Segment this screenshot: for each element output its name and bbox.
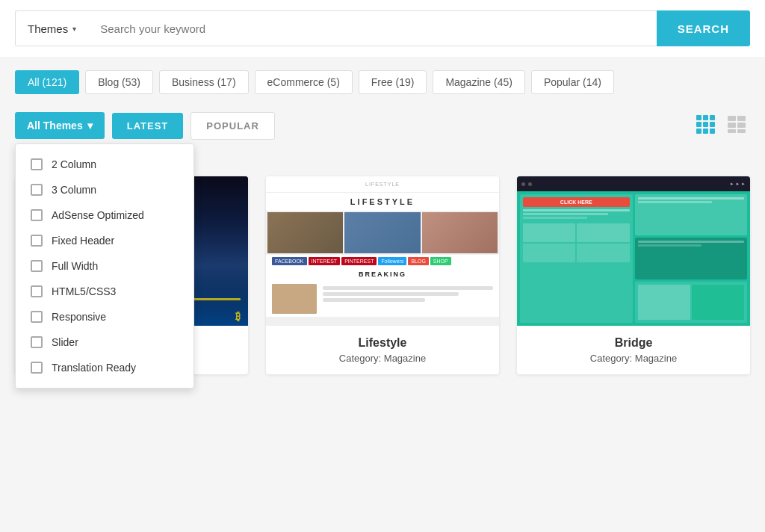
view-toggle-icons — [692, 111, 750, 140]
dropdown-item-2[interactable]: AdSense Optimized — [16, 202, 193, 228]
svg-rect-7 — [703, 129, 708, 134]
filter-tab-1[interactable]: Blog (53) — [85, 70, 153, 94]
search-button[interactable]: SEARCH — [657, 10, 750, 46]
dropdown-item-label: HTML5/CSS3 — [52, 285, 116, 297]
bridge-info: Bridge Category: Magazine — [517, 326, 750, 374]
filter-tab-6[interactable]: Popular (14) — [531, 70, 614, 94]
dropdown-item-label: AdSense Optimized — [52, 209, 144, 221]
dropdown-item-label: 3 Column — [52, 184, 96, 196]
checkbox-icon — [31, 209, 43, 221]
dropdown-item-label: Full Width — [52, 260, 98, 272]
lifestyle-thumbnail: LIFESTYLE LIFESTYLE FACEBOOK INTEREST PI… — [266, 176, 499, 326]
dropdown-item-label: Slider — [52, 336, 78, 348]
svg-rect-0 — [696, 115, 701, 120]
popular-button[interactable]: POPULAR — [191, 112, 275, 140]
dropdown-item-5[interactable]: HTML5/CSS3 — [16, 279, 193, 304]
all-themes-label: All Themes — [27, 120, 83, 132]
lifestyle-info: Lifestyle Category: Magazine — [266, 326, 499, 374]
dropdown-item-6[interactable]: Responsive — [16, 304, 193, 330]
dropdown-item-label: Responsive — [52, 311, 106, 323]
bridge-name: Bridge — [527, 336, 740, 350]
svg-rect-2 — [710, 115, 715, 120]
svg-rect-8 — [710, 129, 715, 134]
checkbox-icon — [31, 235, 43, 247]
dropdown-item-3[interactable]: Fixed Header — [16, 228, 193, 253]
filter-tab-2[interactable]: Business (17) — [159, 70, 249, 94]
header: Themes ▾ SEARCH — [0, 0, 765, 57]
filter-tab-5[interactable]: Magazine (45) — [433, 70, 525, 94]
checkbox-icon — [31, 184, 43, 196]
checkbox-icon — [31, 158, 43, 170]
svg-rect-4 — [703, 122, 708, 127]
lifestyle-category: Category: Magazine — [276, 353, 489, 364]
svg-rect-9 — [728, 116, 736, 121]
checkbox-icon — [31, 285, 43, 297]
checkbox-icon — [31, 362, 43, 374]
latest-button[interactable]: LATEST — [112, 113, 184, 139]
all-themes-dropdown[interactable]: All Themes ▾ — [15, 112, 105, 139]
svg-rect-5 — [710, 122, 715, 127]
dropdown-item-0[interactable]: 2 Column — [16, 152, 193, 177]
dropdown-item-8[interactable]: Translation Ready — [16, 355, 193, 380]
search-type-dropdown[interactable]: Themes ▾ — [15, 10, 88, 46]
dropdown-item-1[interactable]: 3 Column — [16, 177, 193, 202]
view-controls: All Themes ▾ LATEST POPULAR — [0, 105, 765, 146]
checkbox-icon — [31, 311, 43, 323]
bridge-thumbnail: ► ► ► CLICK HERE — [517, 176, 750, 326]
lifestyle-name: Lifestyle — [276, 336, 489, 350]
chevron-down-icon: ▾ — [87, 120, 93, 132]
svg-rect-10 — [737, 116, 746, 121]
search-input[interactable] — [88, 10, 656, 46]
dropdown-item-label: 2 Column — [52, 158, 96, 170]
checkbox-icon — [31, 336, 43, 348]
svg-rect-3 — [696, 122, 701, 127]
bridge-category: Category: Magazine — [527, 353, 740, 364]
list-view-icon[interactable] — [723, 111, 750, 140]
grid-view-icon[interactable] — [692, 111, 719, 140]
checkbox-icon — [31, 260, 43, 272]
svg-rect-14 — [737, 129, 746, 133]
svg-rect-13 — [728, 129, 736, 133]
svg-rect-1 — [703, 115, 708, 120]
svg-rect-6 — [696, 129, 701, 134]
theme-card-lifestyle[interactable]: LIFESTYLE LIFESTYLE FACEBOOK INTEREST PI… — [266, 176, 499, 374]
filter-tab-0[interactable]: All (121) — [15, 70, 79, 94]
all-themes-dropdown-menu: 2 Column 3 Column AdSense Optimized Fixe… — [15, 143, 194, 389]
dropdown-item-4[interactable]: Full Width — [16, 253, 193, 279]
dropdown-item-label: Translation Ready — [52, 362, 136, 374]
dropdown-item-label: Fixed Header — [52, 235, 114, 247]
filter-tabs: All (121)Blog (53)Business (17)eCommerce… — [0, 57, 765, 105]
dropdown-label: Themes — [28, 22, 68, 35]
filter-tab-3[interactable]: eCommerce (5) — [255, 70, 353, 94]
dropdown-item-7[interactable]: Slider — [16, 330, 193, 355]
theme-card-bridge[interactable]: ► ► ► CLICK HERE — [517, 176, 750, 374]
chevron-down-icon: ▾ — [72, 25, 76, 33]
svg-rect-11 — [728, 123, 736, 128]
filter-tab-4[interactable]: Free (19) — [359, 70, 427, 94]
svg-rect-12 — [737, 123, 746, 128]
